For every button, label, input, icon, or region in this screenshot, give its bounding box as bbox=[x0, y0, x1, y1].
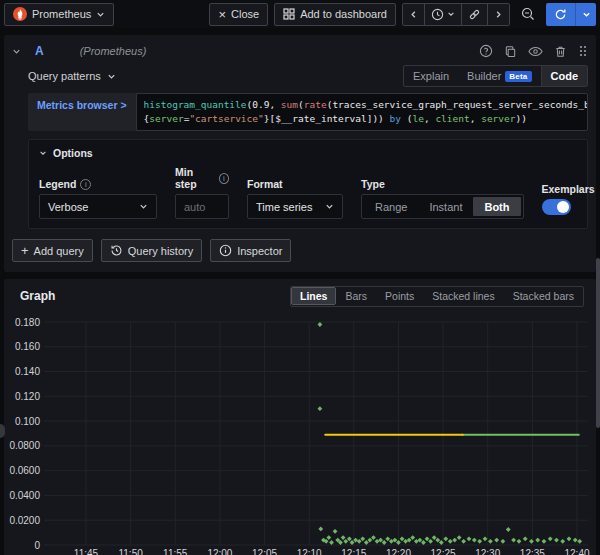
svg-text:12:00: 12:00 bbox=[207, 548, 232, 555]
collapse-query-chevron-icon[interactable] bbox=[12, 47, 21, 56]
graph-style-tab-lines[interactable]: Lines bbox=[292, 288, 335, 304]
editor-mode-tabs: Explain Builder Beta Code bbox=[403, 65, 588, 87]
format-field: Format Time series bbox=[247, 178, 343, 219]
graph-panel: Graph LinesBarsPointsStacked linesStacke… bbox=[4, 279, 596, 555]
svg-text:12:15: 12:15 bbox=[341, 548, 366, 555]
help-icon[interactable] bbox=[479, 44, 493, 58]
tab-builder[interactable]: Builder Beta bbox=[458, 66, 540, 86]
add-query-button[interactable]: + Add query bbox=[12, 239, 93, 262]
svg-text:0.180: 0.180 bbox=[15, 317, 40, 328]
run-query-button[interactable] bbox=[546, 3, 576, 26]
svg-text:11:45: 11:45 bbox=[74, 548, 99, 555]
options-collapse-header[interactable]: Options bbox=[39, 147, 577, 159]
svg-text:0.0800: 0.0800 bbox=[9, 440, 40, 451]
exemplars-field: Exemplars bbox=[542, 183, 595, 219]
close-button[interactable]: × Close bbox=[209, 3, 268, 26]
info-icon bbox=[219, 244, 232, 257]
svg-text:11:50: 11:50 bbox=[118, 548, 143, 555]
query-ref-id: A bbox=[35, 44, 44, 58]
time-range-picker-button[interactable] bbox=[425, 4, 462, 25]
plus-icon: + bbox=[21, 244, 29, 257]
history-icon bbox=[110, 244, 123, 257]
info-icon: i bbox=[80, 179, 91, 190]
type-option-both[interactable]: Both bbox=[473, 197, 520, 216]
scrollbar-thumb[interactable] bbox=[596, 258, 600, 428]
trash-icon[interactable] bbox=[554, 45, 567, 58]
move-back-button[interactable] bbox=[403, 4, 425, 25]
legend-select[interactable]: Verbose bbox=[39, 194, 157, 219]
promql-code-editor[interactable]: histogram_quantile(0.9, sum(rate(traces_… bbox=[136, 93, 588, 131]
svg-text:12:25: 12:25 bbox=[431, 548, 456, 555]
graph-style-tab-stacked-lines[interactable]: Stacked lines bbox=[424, 288, 502, 304]
query-row-header: A (Prometheus) bbox=[12, 39, 588, 63]
chevron-down-icon bbox=[325, 202, 334, 211]
query-datasource-hint: (Prometheus) bbox=[80, 45, 147, 57]
svg-text:12:30: 12:30 bbox=[475, 548, 500, 555]
metrics-browser-button[interactable]: Metrics browser > bbox=[28, 93, 136, 131]
query-editor-row: Metrics browser > histogram_quantile(0.9… bbox=[28, 93, 588, 131]
min-step-input[interactable]: auto bbox=[175, 194, 229, 219]
apps-grid-icon bbox=[283, 8, 295, 20]
svg-text:11:55: 11:55 bbox=[163, 548, 188, 555]
graph-style-tab-bars[interactable]: Bars bbox=[337, 288, 375, 304]
run-query-split-button bbox=[546, 3, 596, 26]
tab-explain[interactable]: Explain bbox=[404, 66, 458, 86]
type-field: Type RangeInstantBoth bbox=[361, 178, 524, 219]
eye-icon[interactable] bbox=[528, 45, 543, 58]
svg-text:0.120: 0.120 bbox=[15, 391, 40, 402]
query-history-button[interactable]: Query history bbox=[101, 239, 202, 262]
type-option-instant[interactable]: Instant bbox=[418, 197, 473, 216]
svg-text:0.0400: 0.0400 bbox=[9, 490, 40, 501]
chevron-down-icon bbox=[139, 202, 148, 211]
chevron-down-icon bbox=[107, 72, 116, 81]
graph-style-tab-points[interactable]: Points bbox=[377, 288, 422, 304]
chevron-right-icon bbox=[494, 10, 503, 19]
zoom-out-icon bbox=[521, 7, 535, 21]
beta-badge: Beta bbox=[505, 71, 531, 82]
svg-text:12:05: 12:05 bbox=[252, 548, 277, 555]
graph-panel-title: Graph bbox=[20, 289, 55, 303]
inspector-button[interactable]: Inspector bbox=[210, 239, 291, 262]
tab-code[interactable]: Code bbox=[541, 66, 588, 86]
svg-text:12:35: 12:35 bbox=[520, 548, 545, 555]
query-toolbar-row: Query patterns Explain Builder Beta Code bbox=[12, 63, 588, 89]
explore-toolbar: Prometheus × Close Add to dashboard bbox=[0, 0, 600, 28]
prometheus-logo-icon bbox=[13, 7, 27, 21]
grip-icon[interactable] bbox=[578, 44, 588, 58]
svg-text:0.160: 0.160 bbox=[15, 341, 40, 352]
info-icon: i bbox=[219, 173, 229, 184]
chevron-down-icon bbox=[582, 10, 591, 19]
zoom-out-button[interactable] bbox=[516, 7, 540, 21]
svg-text:12:40: 12:40 bbox=[564, 548, 589, 555]
query-row-actions bbox=[479, 44, 588, 58]
chevron-left-icon bbox=[409, 10, 418, 19]
svg-text:0.140: 0.140 bbox=[15, 366, 40, 377]
close-icon: × bbox=[218, 8, 226, 21]
type-option-range[interactable]: Range bbox=[364, 197, 418, 216]
svg-text:12:20: 12:20 bbox=[386, 548, 411, 555]
chevron-down-icon bbox=[39, 149, 47, 157]
graph-style-tabs: LinesBarsPointsStacked linesStacked bars bbox=[290, 286, 584, 307]
copy-icon[interactable] bbox=[504, 45, 517, 58]
exemplars-toggle[interactable] bbox=[542, 199, 571, 215]
datasource-picker[interactable]: Prometheus bbox=[4, 3, 114, 26]
promql-line-2: {server="cartservice"}[$__rate_interval]… bbox=[144, 112, 580, 126]
datasource-name: Prometheus bbox=[32, 8, 91, 20]
query-actions-row: + Add query Query history Inspector bbox=[12, 239, 588, 262]
graph-svg[interactable]: 00.02000.04000.06000.08000.1000.1200.140… bbox=[8, 308, 600, 555]
format-select[interactable]: Time series bbox=[247, 194, 343, 219]
query-panel: A (Prometheus) Query patterns Explain Bu… bbox=[4, 35, 596, 272]
query-patterns-button[interactable]: Query patterns bbox=[28, 70, 116, 82]
type-radio-group: RangeInstantBoth bbox=[361, 194, 524, 219]
move-forward-button[interactable] bbox=[488, 4, 509, 25]
refresh-icon bbox=[554, 8, 567, 21]
promql-line-1: histogram_quantile(0.9, sum(rate(traces_… bbox=[144, 98, 580, 112]
legend-field: Legend i Verbose bbox=[39, 178, 157, 219]
add-to-dashboard-button[interactable]: Add to dashboard bbox=[274, 3, 396, 26]
svg-text:0.100: 0.100 bbox=[15, 416, 40, 427]
graph-style-tab-stacked-bars[interactable]: Stacked bars bbox=[505, 288, 582, 304]
run-query-interval-dropdown[interactable] bbox=[576, 3, 596, 26]
copy-link-button[interactable] bbox=[462, 4, 488, 25]
query-options-section: Options Legend i Verbose Min step i auto bbox=[28, 139, 588, 229]
clock-icon bbox=[431, 8, 444, 21]
